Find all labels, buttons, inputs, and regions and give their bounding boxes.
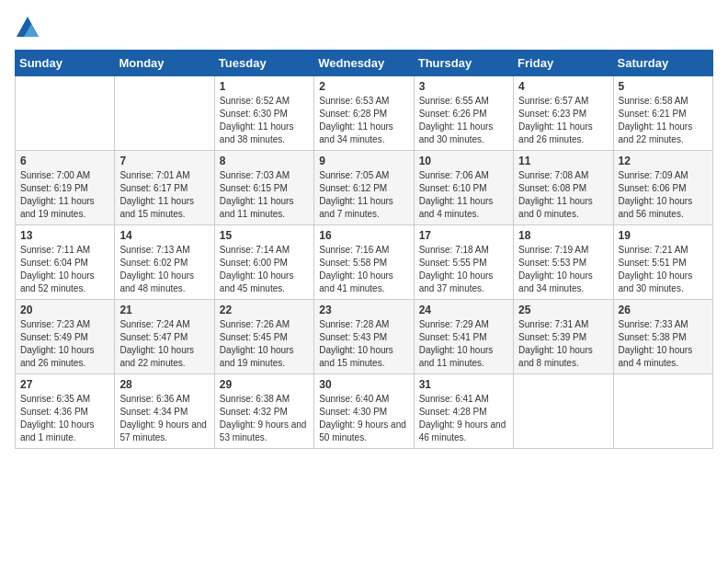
day-number: 1 xyxy=(220,80,309,93)
weekday-header-sunday: Sunday xyxy=(16,51,115,76)
day-cell: 25Sunrise: 7:31 AMSunset: 5:39 PMDayligh… xyxy=(514,300,613,374)
day-cell: 5Sunrise: 6:58 AMSunset: 6:21 PMDaylight… xyxy=(613,76,712,151)
day-cell: 1Sunrise: 6:52 AMSunset: 6:30 PMDaylight… xyxy=(214,76,313,151)
weekday-header-friday: Friday xyxy=(514,51,613,76)
day-info: Sunrise: 7:29 AMSunset: 5:41 PMDaylight:… xyxy=(419,318,508,370)
day-number: 25 xyxy=(518,304,608,316)
day-cell: 29Sunrise: 6:38 AMSunset: 4:32 PMDayligh… xyxy=(214,374,313,449)
day-info: Sunrise: 7:19 AMSunset: 5:53 PMDaylight:… xyxy=(518,244,608,295)
day-cell xyxy=(613,374,712,449)
day-cell: 19Sunrise: 7:21 AMSunset: 5:51 PMDayligh… xyxy=(613,225,712,300)
day-cell: 22Sunrise: 7:26 AMSunset: 5:45 PMDayligh… xyxy=(214,300,313,374)
day-number: 10 xyxy=(419,155,508,167)
day-number: 28 xyxy=(119,378,209,391)
day-number: 3 xyxy=(419,80,508,93)
day-number: 29 xyxy=(220,378,309,391)
calendar-table: SundayMondayTuesdayWednesdayThursdayFrid… xyxy=(15,50,713,449)
day-cell: 23Sunrise: 7:28 AMSunset: 5:43 PMDayligh… xyxy=(314,300,414,374)
day-number: 23 xyxy=(319,304,408,316)
day-number: 14 xyxy=(119,229,209,242)
day-info: Sunrise: 7:23 AMSunset: 5:49 PMDaylight:… xyxy=(20,318,109,370)
day-cell: 9Sunrise: 7:05 AMSunset: 6:12 PMDaylight… xyxy=(314,151,414,225)
day-info: Sunrise: 6:55 AMSunset: 6:26 PMDaylight:… xyxy=(419,95,508,146)
day-cell: 4Sunrise: 6:57 AMSunset: 6:23 PMDaylight… xyxy=(514,76,613,151)
day-info: Sunrise: 7:24 AMSunset: 5:47 PMDaylight:… xyxy=(119,318,209,370)
day-info: Sunrise: 7:16 AMSunset: 5:58 PMDaylight:… xyxy=(319,244,408,295)
day-info: Sunrise: 6:58 AMSunset: 6:21 PMDaylight:… xyxy=(619,95,708,146)
day-info: Sunrise: 7:18 AMSunset: 5:55 PMDaylight:… xyxy=(419,244,508,295)
day-number: 11 xyxy=(518,155,608,167)
weekday-header-monday: Monday xyxy=(115,51,214,76)
day-number: 18 xyxy=(518,229,608,242)
day-info: Sunrise: 7:11 AMSunset: 6:04 PMDaylight:… xyxy=(20,244,109,295)
day-info: Sunrise: 7:13 AMSunset: 6:02 PMDaylight:… xyxy=(119,244,209,295)
day-info: Sunrise: 6:38 AMSunset: 4:32 PMDaylight:… xyxy=(220,393,309,444)
day-cell: 16Sunrise: 7:16 AMSunset: 5:58 PMDayligh… xyxy=(314,225,414,300)
page-header xyxy=(15,15,713,40)
day-number: 16 xyxy=(319,229,408,242)
weekday-header-tuesday: Tuesday xyxy=(214,51,313,76)
day-info: Sunrise: 7:06 AMSunset: 6:10 PMDaylight:… xyxy=(419,169,508,221)
day-info: Sunrise: 7:28 AMSunset: 5:43 PMDaylight:… xyxy=(319,318,408,370)
day-cell: 31Sunrise: 6:41 AMSunset: 4:28 PMDayligh… xyxy=(414,374,513,449)
day-number: 2 xyxy=(319,80,408,93)
day-cell: 30Sunrise: 6:40 AMSunset: 4:30 PMDayligh… xyxy=(314,374,414,449)
day-number: 5 xyxy=(619,80,708,93)
logo xyxy=(15,15,44,40)
week-row-1: 1Sunrise: 6:52 AMSunset: 6:30 PMDaylight… xyxy=(16,76,713,151)
day-cell: 21Sunrise: 7:24 AMSunset: 5:47 PMDayligh… xyxy=(115,300,214,374)
day-cell: 6Sunrise: 7:00 AMSunset: 6:19 PMDaylight… xyxy=(16,151,115,225)
day-cell: 27Sunrise: 6:35 AMSunset: 4:36 PMDayligh… xyxy=(16,374,115,449)
weekday-header-saturday: Saturday xyxy=(613,51,712,76)
day-info: Sunrise: 6:35 AMSunset: 4:36 PMDaylight:… xyxy=(20,393,109,444)
day-number: 22 xyxy=(220,304,309,316)
day-info: Sunrise: 7:05 AMSunset: 6:12 PMDaylight:… xyxy=(319,169,408,221)
day-number: 12 xyxy=(619,155,708,167)
day-number: 8 xyxy=(220,155,309,167)
day-cell: 13Sunrise: 7:11 AMSunset: 6:04 PMDayligh… xyxy=(16,225,115,300)
day-number: 30 xyxy=(319,378,408,391)
weekday-header-row: SundayMondayTuesdayWednesdayThursdayFrid… xyxy=(16,51,713,76)
day-number: 26 xyxy=(619,304,708,316)
day-number: 9 xyxy=(319,155,408,167)
week-row-2: 6Sunrise: 7:00 AMSunset: 6:19 PMDaylight… xyxy=(16,151,713,225)
logo-icon xyxy=(15,15,40,40)
day-info: Sunrise: 7:09 AMSunset: 6:06 PMDaylight:… xyxy=(619,169,708,221)
day-cell: 2Sunrise: 6:53 AMSunset: 6:28 PMDaylight… xyxy=(314,76,414,151)
day-info: Sunrise: 7:26 AMSunset: 5:45 PMDaylight:… xyxy=(220,318,309,370)
day-number: 17 xyxy=(419,229,508,242)
week-row-3: 13Sunrise: 7:11 AMSunset: 6:04 PMDayligh… xyxy=(16,225,713,300)
day-cell: 20Sunrise: 7:23 AMSunset: 5:49 PMDayligh… xyxy=(16,300,115,374)
day-cell: 18Sunrise: 7:19 AMSunset: 5:53 PMDayligh… xyxy=(514,225,613,300)
day-number: 20 xyxy=(20,304,109,316)
day-cell xyxy=(16,76,115,151)
day-cell xyxy=(115,76,214,151)
day-info: Sunrise: 6:41 AMSunset: 4:28 PMDaylight:… xyxy=(419,393,508,444)
day-cell: 7Sunrise: 7:01 AMSunset: 6:17 PMDaylight… xyxy=(115,151,214,225)
day-number: 27 xyxy=(20,378,109,391)
day-info: Sunrise: 6:40 AMSunset: 4:30 PMDaylight:… xyxy=(319,393,408,444)
day-cell: 11Sunrise: 7:08 AMSunset: 6:08 PMDayligh… xyxy=(514,151,613,225)
day-cell: 10Sunrise: 7:06 AMSunset: 6:10 PMDayligh… xyxy=(414,151,513,225)
day-info: Sunrise: 7:33 AMSunset: 5:38 PMDaylight:… xyxy=(619,318,708,370)
day-info: Sunrise: 6:53 AMSunset: 6:28 PMDaylight:… xyxy=(319,95,408,146)
day-info: Sunrise: 7:08 AMSunset: 6:08 PMDaylight:… xyxy=(518,169,608,221)
day-number: 15 xyxy=(220,229,309,242)
weekday-header-thursday: Thursday xyxy=(414,51,513,76)
day-cell: 26Sunrise: 7:33 AMSunset: 5:38 PMDayligh… xyxy=(613,300,712,374)
day-number: 4 xyxy=(518,80,608,93)
day-info: Sunrise: 7:14 AMSunset: 6:00 PMDaylight:… xyxy=(220,244,309,295)
day-number: 24 xyxy=(419,304,508,316)
day-cell: 28Sunrise: 6:36 AMSunset: 4:34 PMDayligh… xyxy=(115,374,214,449)
day-info: Sunrise: 6:52 AMSunset: 6:30 PMDaylight:… xyxy=(220,95,309,146)
day-number: 31 xyxy=(419,378,508,391)
day-number: 19 xyxy=(619,229,708,242)
day-number: 7 xyxy=(119,155,209,167)
day-cell: 15Sunrise: 7:14 AMSunset: 6:00 PMDayligh… xyxy=(214,225,313,300)
day-info: Sunrise: 6:57 AMSunset: 6:23 PMDaylight:… xyxy=(518,95,608,146)
day-info: Sunrise: 6:36 AMSunset: 4:34 PMDaylight:… xyxy=(119,393,209,444)
day-number: 13 xyxy=(20,229,109,242)
day-number: 21 xyxy=(119,304,209,316)
day-cell: 24Sunrise: 7:29 AMSunset: 5:41 PMDayligh… xyxy=(414,300,513,374)
day-cell: 3Sunrise: 6:55 AMSunset: 6:26 PMDaylight… xyxy=(414,76,513,151)
